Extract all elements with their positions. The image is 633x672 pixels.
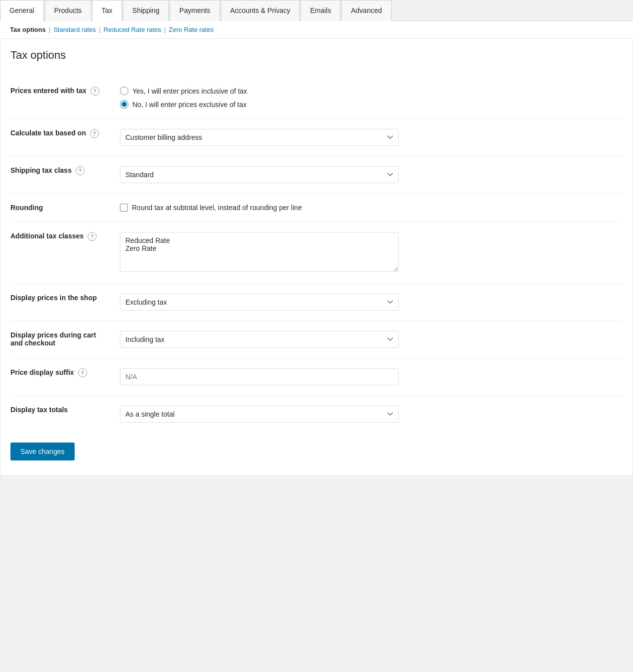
page-title: Tax options: [10, 49, 623, 67]
breadcrumb-current: Tax options: [10, 26, 46, 33]
label-display-prices-shop: Display prices in the shop: [10, 284, 120, 321]
breadcrumb-link-standard-rates[interactable]: Standard rates: [53, 26, 96, 33]
select-display-tax-totals[interactable]: As a single total Itemized: [120, 406, 399, 423]
label-text-display-tax-totals: Display tax totals: [10, 406, 68, 414]
breadcrumb-bar: Tax options | Standard rates | Reduced R…: [0, 21, 633, 39]
settings-form-table: Prices entered with tax ? Yes, I will en…: [10, 77, 623, 433]
breadcrumb-sep-3: |: [164, 26, 166, 33]
help-icon-price-display-suffix[interactable]: ?: [78, 368, 87, 377]
breadcrumb-link-zero-rate[interactable]: Zero Rate rates: [169, 26, 213, 33]
cell-prices-entered-with-tax: Yes, I will enter prices inclusive of ta…: [120, 77, 623, 119]
help-icon-prices-entered-with-tax[interactable]: ?: [91, 87, 100, 96]
select-display-prices-cart[interactable]: Including tax Excluding tax: [120, 331, 399, 348]
row-price-display-suffix: Price display suffix ?: [10, 358, 623, 396]
breadcrumb-sep-1: |: [49, 26, 50, 33]
help-icon-calculate-tax[interactable]: ?: [90, 129, 99, 138]
label-text-rounding: Rounding: [10, 204, 43, 212]
help-icon-shipping-tax-class[interactable]: ?: [76, 166, 85, 175]
row-display-prices-cart: Display prices during cart and checkout …: [10, 321, 623, 358]
tab-general[interactable]: General: [0, 0, 44, 21]
row-calculate-tax-based-on: Calculate tax based on ? Customer billin…: [10, 119, 623, 156]
radio-text-inclusive: Yes, I will enter prices inclusive of ta…: [132, 87, 247, 95]
tab-products[interactable]: Products: [45, 0, 91, 21]
label-text-additional-tax-classes: Additional tax classes: [10, 232, 84, 240]
page-wrapper: General Products Tax Shipping Payments A…: [0, 0, 633, 672]
tab-shipping[interactable]: Shipping: [123, 0, 169, 21]
label-shipping-tax-class: Shipping tax class ?: [10, 156, 120, 194]
radio-exclusive[interactable]: [120, 100, 128, 109]
row-display-prices-shop: Display prices in the shop Excluding tax…: [10, 284, 623, 321]
cell-shipping-tax-class: Standard Reduced Rate Zero Rate: [120, 156, 623, 194]
label-text-display-prices-cart: Display prices during cart and checkout: [10, 331, 96, 347]
row-display-tax-totals: Display tax totals As a single total Ite…: [10, 396, 623, 433]
label-calculate-tax-based-on: Calculate tax based on ?: [10, 119, 120, 156]
help-icon-additional-tax-classes[interactable]: ?: [88, 232, 97, 241]
tab-navigation: General Products Tax Shipping Payments A…: [0, 0, 633, 21]
tab-accounts-privacy[interactable]: Accounts & Privacy: [221, 0, 300, 21]
label-display-prices-cart: Display prices during cart and checkout: [10, 321, 120, 358]
label-additional-tax-classes: Additional tax classes ?: [10, 222, 120, 284]
tab-tax[interactable]: Tax: [92, 0, 122, 21]
input-price-display-suffix[interactable]: [120, 368, 399, 385]
breadcrumb-sep-2: |: [99, 26, 101, 33]
select-shipping-tax-class[interactable]: Standard Reduced Rate Zero Rate: [120, 166, 399, 183]
cell-display-tax-totals: As a single total Itemized: [120, 396, 623, 433]
main-content: Tax options Prices entered with tax ? Ye…: [0, 39, 633, 476]
breadcrumb-link-reduced-rate[interactable]: Reduced Rate rates: [104, 26, 161, 33]
label-price-display-suffix: Price display suffix ?: [10, 358, 120, 396]
select-display-prices-shop[interactable]: Excluding tax Including tax: [120, 294, 399, 311]
label-text-shipping-tax-class: Shipping tax class: [10, 166, 72, 174]
cell-price-display-suffix: [120, 358, 623, 396]
label-prices-entered-with-tax: Prices entered with tax ?: [10, 77, 120, 119]
cell-display-prices-shop: Excluding tax Including tax: [120, 284, 623, 321]
select-calculate-tax-based-on[interactable]: Customer billing address Customer shippi…: [120, 129, 399, 146]
label-rounding: Rounding: [10, 194, 120, 222]
label-display-tax-totals: Display tax totals: [10, 396, 120, 433]
label-text-price-display-suffix: Price display suffix: [10, 368, 74, 376]
checkbox-text-rounding: Round tax at subtotal level, instead of …: [132, 204, 302, 212]
tab-payments[interactable]: Payments: [170, 0, 219, 21]
row-rounding: Rounding Round tax at subtotal level, in…: [10, 194, 623, 222]
checkbox-label-rounding[interactable]: Round tax at subtotal level, instead of …: [120, 204, 623, 212]
cell-rounding: Round tax at subtotal level, instead of …: [120, 194, 623, 222]
tab-advanced[interactable]: Advanced: [341, 0, 391, 21]
label-text-display-prices-shop: Display prices in the shop: [10, 294, 97, 302]
cell-display-prices-cart: Including tax Excluding tax: [120, 321, 623, 358]
row-prices-entered-with-tax: Prices entered with tax ? Yes, I will en…: [10, 77, 623, 119]
label-text-prices-entered-with-tax: Prices entered with tax: [10, 87, 87, 95]
save-button[interactable]: Save changes: [10, 443, 75, 460]
row-additional-tax-classes: Additional tax classes ? Reduced Rate Ze…: [10, 222, 623, 284]
radio-group-prices-entered-with-tax: Yes, I will enter prices inclusive of ta…: [120, 87, 623, 109]
cell-calculate-tax-based-on: Customer billing address Customer shippi…: [120, 119, 623, 156]
tab-emails[interactable]: Emails: [301, 0, 340, 21]
radio-text-exclusive: No, I will enter prices exclusive of tax: [132, 101, 247, 109]
checkbox-rounding[interactable]: [120, 204, 128, 212]
cell-additional-tax-classes: Reduced Rate Zero Rate: [120, 222, 623, 284]
row-shipping-tax-class: Shipping tax class ? Standard Reduced Ra…: [10, 156, 623, 194]
label-text-calculate-tax: Calculate tax based on: [10, 129, 86, 137]
textarea-additional-tax-classes[interactable]: Reduced Rate Zero Rate: [120, 232, 399, 272]
radio-inclusive[interactable]: [120, 87, 128, 95]
radio-label-exclusive[interactable]: No, I will enter prices exclusive of tax: [120, 100, 623, 109]
radio-label-inclusive[interactable]: Yes, I will enter prices inclusive of ta…: [120, 87, 623, 95]
